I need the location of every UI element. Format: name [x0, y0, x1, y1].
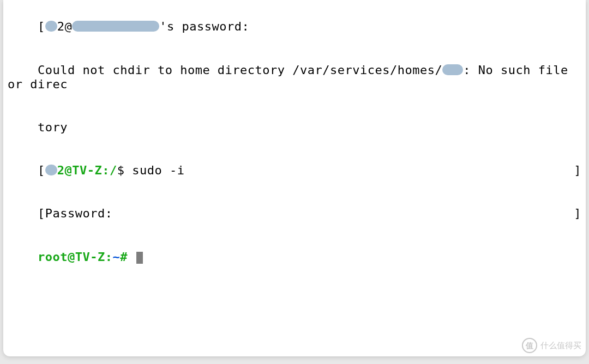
line2-text: Could not chdir to home directory /var/s… [38, 63, 442, 77]
prompt-root-host: root@TV-Z [38, 250, 105, 264]
prompt-path: :/ [102, 163, 117, 177]
line1-mid: 2@ [57, 20, 73, 33]
terminal-line-6: root@TV-Z:~# [8, 235, 581, 278]
terminal-line-2: Could not chdir to home directory /var/s… [8, 48, 581, 106]
bracket-left: [ [38, 20, 45, 33]
bracket-left: [ [38, 207, 45, 220]
command-text: sudo -i [132, 163, 184, 177]
bracket-left: [ [38, 163, 45, 177]
terminal-line-3: tory [8, 106, 581, 149]
terminal-line-4: [2@TV-Z:/$ sudo -i] [8, 149, 581, 192]
prompt-dollar: $ [117, 163, 133, 177]
line1-suffix: 's password: [159, 20, 249, 33]
watermark: 值 什么值得买 [522, 338, 581, 353]
prompt-hash: # [120, 250, 135, 264]
prompt-colon: : [105, 250, 113, 264]
prompt-tilde: ~ [112, 250, 120, 264]
bracket-right: ] [574, 207, 581, 221]
redacted-text [45, 165, 57, 175]
redacted-text [72, 21, 159, 32]
password-prompt: Password: [45, 207, 113, 220]
redacted-text [45, 21, 57, 32]
terminal-window[interactable]: [2@'s password: Could not chdir to home … [3, 0, 586, 356]
bracket-right: ] [574, 163, 581, 178]
terminal-line-5: [Password:] [8, 192, 581, 235]
watermark-text: 什么值得买 [540, 341, 581, 350]
watermark-icon: 值 [522, 338, 537, 353]
prompt-user-host: 2@TV-Z [57, 163, 102, 177]
redacted-text [442, 64, 463, 75]
terminal-line-1: [2@'s password: [8, 5, 581, 48]
line3-text: tory [38, 120, 68, 134]
cursor-block [136, 252, 143, 264]
